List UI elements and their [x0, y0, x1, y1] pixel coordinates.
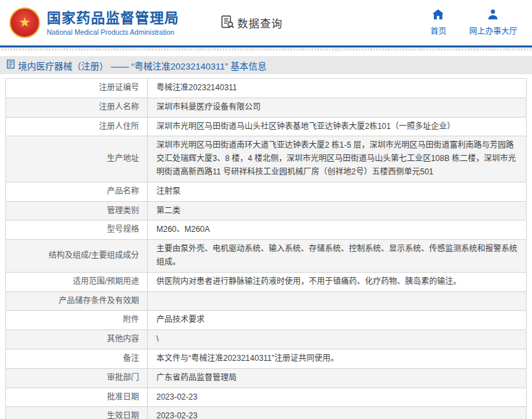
data-query-section: 数据查询 [221, 15, 283, 31]
table-row: 其他内容\ [6, 330, 527, 350]
row-label: 注册人住所 [6, 117, 148, 136]
row-label: 生效日期 [6, 407, 148, 419]
row-label: 产品储存条件及有效期 [6, 291, 148, 311]
table-row: 生效日期2023-02-23 [6, 407, 527, 419]
row-label: 结构及组成/主要组成成分 [6, 240, 148, 273]
table-row: 注册证编号粤械注准20232140311 [6, 79, 527, 98]
national-emblem-logo: ★ [9, 7, 40, 38]
table-row: 结构及组成/主要组成成分主要由泵外壳、电机驱动系统、输入系统、存储系统、控制系统… [6, 240, 527, 273]
star-icon: ★ [19, 15, 31, 29]
nav-home[interactable]: 首页 [430, 9, 446, 36]
table-row: 生产地址深圳市光明区马田街道南环大道飞亚达钟表大厦2 栋1-5 层，深圳市光明区… [6, 136, 527, 182]
row-label: 其他内容 [6, 330, 148, 350]
table-row: 产品名称注射泵 [6, 182, 527, 201]
table-row: 注册人住所深圳市光明区马田街道马山头社区钟表基地飞亚达钟表大厦2栋101（一照多… [6, 117, 527, 136]
row-value: 粤械注准20232140311 [148, 79, 527, 98]
row-value: 第二类 [148, 201, 527, 221]
row-label: 批准日期 [6, 388, 148, 407]
row-value: 产品技术要求 [148, 311, 527, 330]
document-search-icon [221, 15, 235, 31]
table-row: 型号规格M260、M260A [6, 221, 527, 240]
nav-service-hall-label: 网上办事大厅 [469, 25, 517, 36]
table-row: 适用范围/预期用途供医院内对患者进行静脉输注药液时使用，不用于镇痛药、化疗药物、… [6, 272, 527, 291]
table-body: 注册证编号粤械注准20232140311注册人名称深圳市科曼医疗设备有限公司注册… [6, 79, 527, 419]
page-title: 境内医疗器械（注册） —— “粤械注准20232140311” 基本信息 [18, 59, 267, 72]
row-value: 深圳市科曼医疗设备有限公司 [148, 98, 527, 117]
table-row: 附件产品技术要求 [6, 311, 527, 330]
row-value: 2023-02-23 [148, 388, 527, 407]
stripe-decoration [0, 47, 532, 51]
home-icon [432, 9, 444, 22]
row-label: 注册证编号 [6, 79, 148, 98]
person-icon [488, 9, 498, 22]
row-label: 注册人名称 [6, 98, 148, 117]
org-name-en: National Medical Products Administration [47, 28, 179, 36]
row-value: \ [148, 330, 527, 350]
nav-service-hall[interactable]: 网上办事大厅 [469, 9, 517, 36]
row-value: 本文件与“粤械注准20232140311”注册证共同使用。 [148, 349, 527, 368]
header-nav: 首页 网上办事大厅 [430, 9, 517, 36]
row-label: 型号规格 [6, 221, 148, 240]
row-value: 深圳市光明区马田街道马山头社区钟表基地飞亚达钟表大厦2栋101（一照多址企业） [148, 117, 527, 136]
registration-info-table: 注册证编号粤械注准20232140311注册人名称深圳市科曼医疗设备有限公司注册… [5, 78, 527, 419]
row-value: 供医院内对患者进行静脉输注药液时使用，不用于镇痛药、化疗药物、胰岛素的输注。 [148, 272, 527, 291]
table-row: 批准日期2023-02-23 [6, 388, 527, 407]
data-query-label: 数据查询 [237, 15, 283, 31]
row-label: 产品名称 [6, 182, 148, 201]
row-label: 审批部门 [6, 368, 148, 388]
table-row: 管理类别第二类 [6, 201, 527, 221]
row-label: 附件 [6, 311, 148, 330]
page-title-bar: 境内医疗器械（注册） —— “粤械注准20232140311” 基本信息 [0, 56, 532, 74]
table-row: 审批部门广东省药品监督管理局 [6, 368, 527, 388]
row-value: 2023-02-23 [148, 407, 527, 419]
row-label: 管理类别 [6, 201, 148, 221]
table-row: 产品储存条件及有效期 [6, 291, 527, 311]
document-icon [7, 59, 15, 72]
org-title-block: 国家药品监督管理局 National Medical Products Admi… [47, 9, 179, 35]
row-value: 注射泵 [148, 182, 527, 201]
row-value [148, 291, 527, 311]
row-value: 深圳市光明区马田街道南环大道飞亚达钟表大厦2 栋1-5 层，深圳市光明区马田街道… [148, 136, 527, 182]
table-row: 备注本文件与“粤械注准20232140311”注册证共同使用。 [6, 349, 527, 368]
row-label: 生产地址 [6, 136, 148, 182]
site-header: ★ 国家药品监督管理局 National Medical Products Ad… [0, 0, 532, 45]
org-name-zh: 国家药品监督管理局 [47, 9, 179, 26]
nav-home-label: 首页 [430, 25, 446, 36]
table-row: 注册人名称深圳市科曼医疗设备有限公司 [6, 98, 527, 117]
row-label: 适用范围/预期用途 [6, 272, 148, 291]
row-value: 广东省药品监督管理局 [148, 368, 527, 388]
row-value: 主要由泵外壳、电机驱动系统、输入系统、存储系统、控制系统、显示系统、传感监测系统… [148, 240, 527, 273]
row-value: M260、M260A [148, 221, 527, 240]
row-label: 备注 [6, 349, 148, 368]
